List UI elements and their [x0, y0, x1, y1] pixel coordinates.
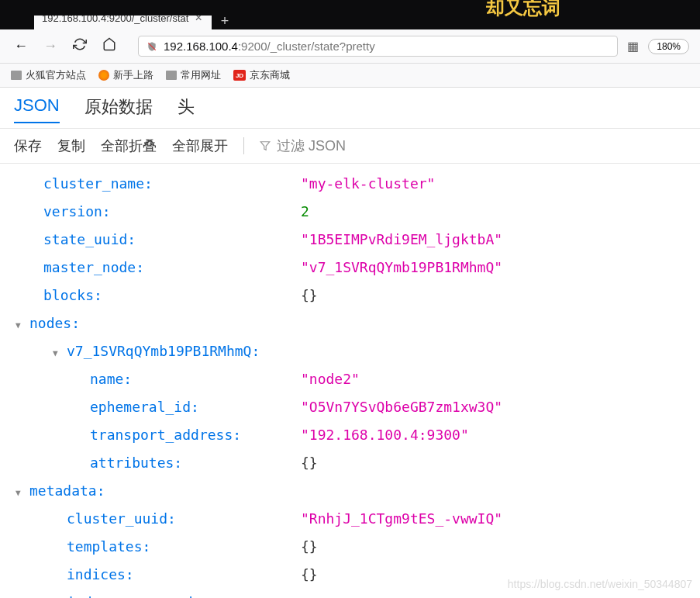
- bookmark-item[interactable]: JD京东商城: [233, 68, 290, 82]
- json-value: {}: [301, 561, 318, 589]
- json-value: {}: [301, 282, 318, 309]
- json-row: templates:{}: [16, 533, 684, 561]
- filter-icon: [260, 140, 271, 151]
- reload-button[interactable]: [70, 37, 90, 55]
- json-value: "1B5EIMPvRdi9EM_ljgktbA": [301, 226, 502, 254]
- json-key: cluster_name:: [43, 170, 301, 198]
- collapse-all-button[interactable]: 全部折叠: [101, 137, 157, 155]
- tab-json[interactable]: JSON: [14, 95, 60, 123]
- json-row: attributes:{}: [16, 449, 684, 477]
- toggle-icon[interactable]: ▼: [16, 485, 29, 502]
- json-value: "192.168.100.4:9300": [301, 421, 469, 449]
- json-key: metadata:: [29, 477, 301, 505]
- json-key: blocks:: [43, 282, 301, 309]
- json-key: indices:: [67, 561, 301, 589]
- filter-input[interactable]: 过滤 JSON: [260, 137, 346, 155]
- back-button[interactable]: ←: [11, 38, 31, 54]
- json-value: "node2": [301, 365, 360, 393]
- expand-all-button[interactable]: 全部展开: [172, 137, 228, 155]
- watermark: https://blog.csdn.net/weixin_50344807: [508, 578, 692, 590]
- json-key: nodes:: [29, 309, 301, 337]
- toggle-icon[interactable]: ▼: [16, 317, 29, 334]
- json-viewer: cluster_name:"my-elk-cluster" version:2 …: [0, 164, 700, 598]
- json-key: master_node:: [43, 254, 301, 282]
- json-value: "O5Vn7YSvQb6eGB7zm1xw3Q": [301, 393, 502, 421]
- view-tabs: JSON 原始数据 头: [0, 88, 700, 129]
- svg-marker-1: [260, 142, 270, 150]
- json-key: version:: [43, 198, 301, 226]
- json-row: ephemeral_id:"O5Vn7YSvQb6eGB7zm1xw3Q": [16, 393, 684, 421]
- bookmark-item[interactable]: 新手上路: [98, 68, 153, 82]
- zoom-badge[interactable]: 180%: [648, 39, 689, 54]
- window-chrome: 却又忘词: [0, 0, 700, 16]
- json-key: v7_1SVRqQYmb19PB1RMhmQ:: [67, 337, 301, 365]
- json-key: ephemeral_id:: [90, 393, 301, 421]
- tab-headers[interactable]: 头: [178, 95, 195, 123]
- json-row: ▼v7_1SVRqQYmb19PB1RMhmQ:: [16, 337, 684, 365]
- folder-icon: [166, 71, 177, 80]
- reload-icon: [73, 37, 87, 51]
- bookmark-item[interactable]: 常用网址: [166, 68, 221, 82]
- jd-icon: JD: [233, 70, 246, 81]
- forward-button[interactable]: →: [40, 38, 60, 54]
- bookmarks-bar: 火狐官方站点 新手上路 常用网址 JD京东商城: [0, 64, 700, 88]
- json-toolbar: 保存 复制 全部折叠 全部展开 过滤 JSON: [0, 129, 700, 164]
- json-row: cluster_uuid:"RnhjJ_1CTgm9tES_-vwwIQ": [16, 505, 684, 533]
- json-value: 2: [301, 198, 309, 226]
- json-key: name:: [90, 365, 301, 393]
- json-row: state_uuid:"1B5EIMPvRdi9EM_ljgktbA": [16, 226, 684, 254]
- json-value: "v7_1SVRqQYmb19PB1RMhmQ": [301, 254, 502, 282]
- bookmark-item[interactable]: 火狐官方站点: [11, 68, 86, 82]
- copy-button[interactable]: 复制: [57, 137, 85, 155]
- folder-icon: [11, 71, 22, 80]
- json-row: ▼metadata:: [16, 477, 684, 505]
- tab-raw[interactable]: 原始数据: [84, 95, 153, 123]
- json-key: templates:: [67, 533, 301, 561]
- json-key: transport_address:: [90, 421, 301, 449]
- json-row: blocks:{}: [16, 282, 684, 309]
- json-key: state_uuid:: [43, 226, 301, 254]
- overlay-text: 却又忘词: [486, 0, 560, 20]
- save-button[interactable]: 保存: [14, 137, 42, 155]
- tab-bar: 192.168.100.4:9200/_cluster/stat × +: [0, 16, 700, 29]
- home-button[interactable]: [99, 37, 119, 55]
- json-row: transport_address:"192.168.100.4:9300": [16, 421, 684, 449]
- json-key: attributes:: [90, 449, 301, 477]
- nav-bar: ← → 192.168.100.4:9200/_cluster/state?pr…: [0, 29, 700, 64]
- json-value: {}: [301, 449, 318, 477]
- firefox-icon: [98, 70, 109, 81]
- json-row: master_node:"v7_1SVRqQYmb19PB1RMhmQ": [16, 254, 684, 282]
- json-row: cluster_name:"my-elk-cluster": [16, 170, 684, 198]
- home-icon: [102, 37, 116, 51]
- json-key: index-graveyard:: [67, 589, 301, 598]
- json-value: "my-elk-cluster": [301, 170, 435, 198]
- url-bar[interactable]: 192.168.100.4:9200/_cluster/state?pretty: [138, 36, 618, 57]
- url-host: 192.168.100.4: [164, 40, 238, 53]
- json-value: "RnhjJ_1CTgm9tES_-vwwIQ": [301, 505, 502, 533]
- security-icon: [147, 41, 157, 52]
- json-key: cluster_uuid:: [67, 505, 301, 533]
- url-path: :9200/_cluster/state?pretty: [238, 40, 375, 53]
- toggle-icon[interactable]: ▼: [53, 345, 67, 362]
- new-tab-button[interactable]: +: [212, 13, 239, 29]
- json-value: {}: [301, 533, 318, 561]
- json-row: ▼nodes:: [16, 309, 684, 337]
- json-row: name:"node2": [16, 365, 684, 393]
- json-row: version:2: [16, 198, 684, 226]
- divider: [243, 137, 244, 154]
- qr-icon[interactable]: ▦: [627, 39, 639, 54]
